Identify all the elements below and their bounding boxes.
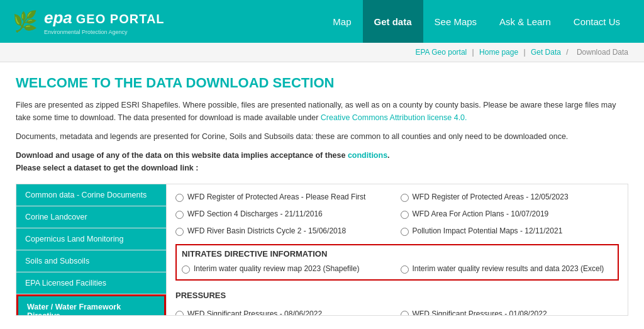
logo-text: epa GEO PORTAL Environmental Protection …: [44, 8, 165, 35]
logo-subtitle: Environmental Protection Agency: [44, 29, 165, 35]
pressures-header: PRESSURES: [175, 289, 619, 301]
sidebar: Common data - Corine Documents Corine La…: [16, 184, 167, 316]
nav-map[interactable]: Map: [321, 0, 362, 43]
radio-nitrates-excel[interactable]: [401, 265, 409, 274]
radio-label-nitrates-b: Interim water quality review results and…: [413, 264, 604, 273]
sidebar-item-soils[interactable]: Soils and Subsoils: [16, 250, 166, 272]
logo-leaf-icon: 🌿: [13, 9, 38, 33]
breadcrumb-get-data[interactable]: Get Data: [531, 48, 561, 57]
radio-row-1b: WFD Register of Protected Areas - 12/05/…: [401, 191, 619, 204]
nav-ask-learn[interactable]: Ask & Learn: [488, 0, 562, 43]
radio-label-pressures-b: WFD Significant Pressures - 01/08/2022: [413, 309, 547, 316]
radio-wfd-protected-areas-notice[interactable]: [175, 194, 184, 202]
intro-paragraph-2: Documents, metadata and legends are pres…: [16, 130, 628, 143]
radio-label-3a: WFD River Basin Districts Cycle 2 - 15/0…: [187, 226, 346, 235]
radio-label-1a: WFD Register of Protected Areas - Please…: [187, 192, 365, 201]
main-content: WELCOME TO THE DATA DOWNLOAD SECTION Fil…: [0, 62, 644, 322]
breadcrumb: EPA Geo portal | Home page | Get Data / …: [0, 43, 644, 62]
cc-license-link[interactable]: Creative Commons Attribution license 4.0…: [321, 113, 467, 122]
radio-wfd-protected-areas-date[interactable]: [401, 194, 409, 202]
radio-wfd-pollution-impact[interactable]: [401, 228, 409, 236]
radio-wfd-section4[interactable]: [175, 211, 184, 219]
breadcrumb-sep1: |: [472, 48, 476, 57]
breadcrumb-home[interactable]: Home page: [479, 48, 518, 57]
nitrates-row-a: Interim water quality review map 2023 (S…: [182, 262, 394, 276]
radio-row-3b: Pollution Impact Potential Maps - 12/11/…: [401, 225, 619, 238]
pressures-row-a: WFD Significant Pressures - 08/06/2022: [175, 308, 394, 316]
radio-wfd-area-action[interactable]: [401, 211, 409, 219]
radio-pressures-june[interactable]: [175, 311, 184, 316]
radio-label-3b: Pollution Impact Potential Maps - 12/11/…: [413, 226, 563, 235]
nitrates-row-b: Interim water quality review results and…: [401, 262, 613, 276]
logo-epa: epa: [44, 8, 72, 28]
nitrates-header: NITRATES DIRECTIVE INFORMATION: [182, 249, 613, 259]
radio-label-2b: WFD Area For Action Plans - 10/07/2019: [413, 209, 549, 218]
nitrates-radio-grid: Interim water quality review map 2023 (S…: [182, 262, 613, 276]
radio-label-nitrates-a: Interim water quality review map 2023 (S…: [194, 264, 359, 273]
radio-grid: WFD Register of Protected Areas - Please…: [175, 191, 619, 316]
nav-see-maps[interactable]: See Maps: [423, 0, 489, 43]
breadcrumb-sep3: /: [566, 48, 570, 57]
intro-paragraph-3: Download and usage of any of the data on…: [16, 149, 628, 174]
header: 🌿 epa GEO PORTAL Environmental Protectio…: [0, 0, 644, 43]
two-panel: Common data - Corine Documents Corine La…: [16, 184, 628, 316]
nav-get-data[interactable]: Get data: [363, 0, 423, 43]
radio-row-2a: WFD Section 4 Discharges - 21/11/2016: [175, 208, 394, 221]
data-panel: WFD Register of Protected Areas - Please…: [167, 184, 628, 316]
radio-nitrates-shapefile[interactable]: [182, 265, 190, 274]
nitrates-section: NITRATES DIRECTIVE INFORMATION Interim w…: [175, 244, 619, 281]
sidebar-item-water-wfd[interactable]: Water / Water Framework Directive: [16, 294, 166, 316]
page-title: WELCOME TO THE DATA DOWNLOAD SECTION: [16, 75, 628, 91]
sidebar-item-copernicus[interactable]: Copernicus Land Monitoring: [16, 228, 166, 250]
radio-row-3a: WFD River Basin Districts Cycle 2 - 15/0…: [175, 225, 394, 238]
pressures-row-b: WFD Significant Pressures - 01/08/2022: [401, 308, 619, 316]
logo-geo: GEO PORTAL: [76, 12, 165, 26]
radio-row-2b: WFD Area For Action Plans - 10/07/2019: [401, 208, 619, 221]
logo-area: 🌿 epa GEO PORTAL Environmental Protectio…: [13, 8, 321, 35]
breadcrumb-current: Download Data: [577, 48, 628, 57]
sidebar-item-common-data[interactable]: Common data - Corine Documents: [16, 184, 166, 206]
conditions-link[interactable]: conditions: [348, 151, 387, 160]
radio-label-1b: WFD Register of Protected Areas - 12/05/…: [413, 192, 569, 201]
radio-label-pressures-a: WFD Significant Pressures - 08/06/2022: [187, 309, 322, 316]
radio-row-1a: WFD Register of Protected Areas - Please…: [175, 191, 394, 204]
radio-pressures-aug[interactable]: [401, 311, 409, 316]
nav-contact-us[interactable]: Contact Us: [562, 0, 631, 43]
radio-label-2a: WFD Section 4 Discharges - 21/11/2016: [187, 209, 323, 218]
sidebar-item-epa-licensed[interactable]: EPA Licensed Facilities: [16, 272, 166, 294]
intro-paragraph-1: Files are presented as zipped ESRI Shape…: [16, 99, 628, 124]
main-nav: Map Get data See Maps Ask & Learn Contac…: [321, 0, 631, 43]
sidebar-item-corine-landcover[interactable]: Corine Landcover: [16, 206, 166, 228]
radio-wfd-river-basin[interactable]: [175, 228, 184, 236]
breadcrumb-sep2: |: [523, 48, 527, 57]
breadcrumb-epa-geo[interactable]: EPA Geo portal: [415, 48, 467, 57]
